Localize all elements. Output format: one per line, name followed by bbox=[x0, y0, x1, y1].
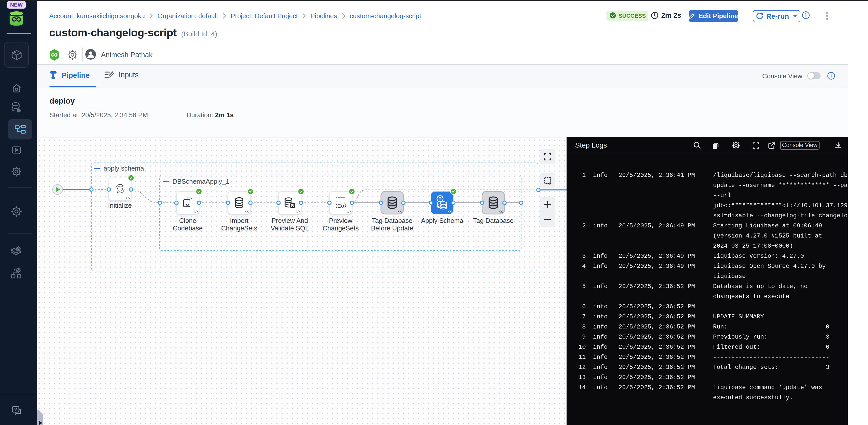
svg-text:Validate SQL: Validate SQL bbox=[270, 224, 309, 232]
svg-text:Preview: Preview bbox=[329, 217, 352, 224]
svg-text:ChangeSets: ChangeSets bbox=[322, 224, 359, 232]
svg-text:DBSchemaApply_1: DBSchemaApply_1 bbox=[172, 178, 229, 185]
svg-text:Tag Database: Tag Database bbox=[372, 217, 412, 224]
svg-text:∞: ∞ bbox=[11, 11, 22, 26]
svg-text:Codebase: Codebase bbox=[173, 224, 203, 232]
svg-text:?: ? bbox=[14, 407, 17, 412]
svg-text:apply schema: apply schema bbox=[103, 165, 144, 172]
svg-text:Import: Import bbox=[230, 217, 248, 224]
svg-text:Initialize: Initialize bbox=[108, 202, 131, 209]
svg-text:Apply Schema: Apply Schema bbox=[421, 217, 463, 224]
svg-text:Before Update: Before Update bbox=[371, 224, 413, 232]
svg-text:Preview And: Preview And bbox=[271, 217, 308, 224]
svg-text:Tag Database: Tag Database bbox=[473, 217, 513, 224]
svg-text:ChangeSets: ChangeSets bbox=[221, 224, 257, 232]
svg-text:∞: ∞ bbox=[51, 49, 58, 60]
svg-text:Clone: Clone bbox=[179, 217, 196, 224]
